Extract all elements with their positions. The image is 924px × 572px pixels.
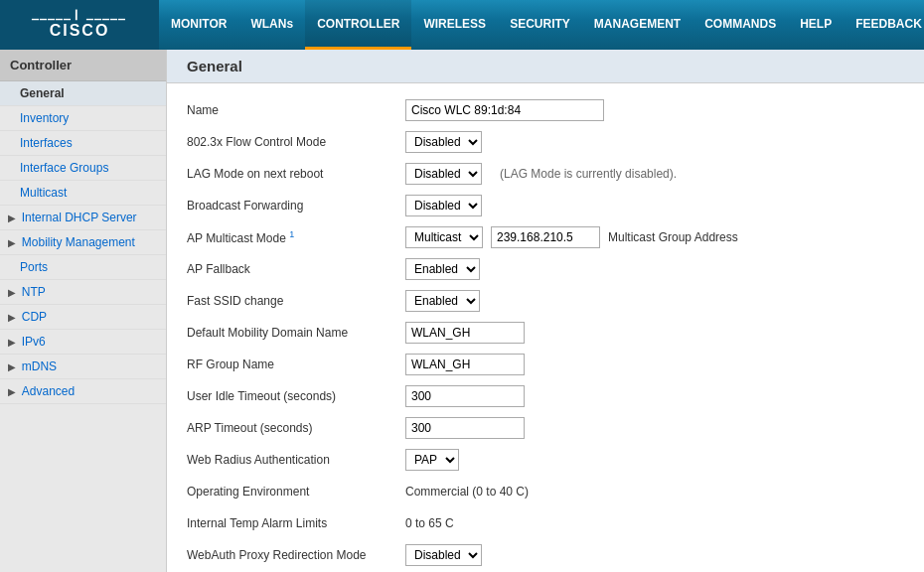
form-row: AP Multicast Mode 1MulticastMulticast Gr… bbox=[187, 225, 904, 249]
logo-area: ▁▁▁▁▁ ▎ ▁▁▁▁▁ CISCO bbox=[0, 0, 159, 50]
field-label: Operating Environment bbox=[187, 485, 405, 499]
nav-item-management[interactable]: MANAGEMENT bbox=[582, 0, 693, 50]
text-input[interactable] bbox=[405, 322, 525, 344]
field-control: 0 to 65 C bbox=[405, 516, 454, 530]
select-input[interactable]: Enabled bbox=[405, 290, 480, 312]
form-row: Fast SSID changeEnabled bbox=[187, 289, 904, 313]
select-input[interactable]: Enabled bbox=[405, 258, 480, 280]
field-control: PAP bbox=[405, 449, 459, 471]
nav-item-monitor[interactable]: MONITOR bbox=[159, 0, 238, 50]
form-row: Operating EnvironmentCommercial (0 to 40… bbox=[187, 480, 904, 503]
nav-item-security[interactable]: SECURITY bbox=[498, 0, 582, 50]
multicast-group-label: Multicast Group Address bbox=[608, 230, 738, 244]
field-label: LAG Mode on next reboot bbox=[187, 167, 405, 181]
multicast-ip-input[interactable] bbox=[491, 226, 600, 248]
sidebar-item-ntp[interactable]: ▶ NTP bbox=[0, 280, 166, 305]
form-area: Name802.3x Flow Control ModeDisabledLAG … bbox=[167, 83, 924, 572]
main-layout: Controller GeneralInventoryInterfacesInt… bbox=[0, 50, 924, 572]
sidebar-item-mdns[interactable]: ▶ mDNS bbox=[0, 355, 166, 379]
sidebar-item-label: IPv6 bbox=[22, 335, 46, 349]
field-control: Enabled bbox=[405, 258, 480, 280]
text-input[interactable] bbox=[405, 99, 604, 121]
sidebar-item-label: Multicast bbox=[20, 186, 67, 200]
expand-arrow-icon: ▶ bbox=[8, 213, 19, 223]
form-row: LAG Mode on next rebootDisabled(LAG Mode… bbox=[187, 162, 904, 186]
sidebar-item-label: General bbox=[20, 86, 65, 100]
select-input[interactable]: Disabled bbox=[405, 131, 482, 153]
field-label: Name bbox=[187, 103, 405, 117]
sidebar-item-label: Advanced bbox=[22, 384, 75, 398]
static-value: 0 to 65 C bbox=[405, 516, 454, 530]
nav-item-help[interactable]: HELP bbox=[788, 0, 844, 50]
form-row: 802.3x Flow Control ModeDisabled bbox=[187, 130, 904, 154]
sidebar-item-inventory[interactable]: Inventory bbox=[0, 106, 166, 131]
field-control: MulticastMulticast Group Address bbox=[405, 226, 738, 248]
topbar: ▁▁▁▁▁ ▎ ▁▁▁▁▁ CISCO MONITORWLANsCONTROLL… bbox=[0, 0, 924, 50]
field-label: ARP Timeout (seconds) bbox=[187, 421, 405, 435]
sidebar-item-cdp[interactable]: ▶ CDP bbox=[0, 305, 166, 330]
field-control bbox=[405, 417, 525, 439]
sidebar-item-interface-groups[interactable]: Interface Groups bbox=[0, 156, 166, 181]
field-control bbox=[405, 385, 525, 407]
page-header: General bbox=[167, 50, 924, 83]
cisco-logo: ▁▁▁▁▁ ▎ ▁▁▁▁▁ CISCO bbox=[32, 10, 126, 40]
sidebar-item-general[interactable]: General bbox=[0, 81, 166, 106]
sidebar-item-ports[interactable]: Ports bbox=[0, 255, 166, 280]
nav-item-wireless[interactable]: WIRELESS bbox=[411, 0, 498, 50]
select-input[interactable]: Disabled bbox=[405, 163, 482, 185]
form-row: ARP Timeout (seconds) bbox=[187, 416, 904, 440]
select-input[interactable]: Disabled bbox=[405, 195, 482, 216]
sidebar-item-label: Interfaces bbox=[20, 136, 73, 150]
sidebar-item-mobility-management[interactable]: ▶ Mobility Management bbox=[0, 230, 166, 255]
footnote-ref: 1 bbox=[289, 229, 294, 239]
form-row: WebAuth Proxy Redirection ModeDisabled bbox=[187, 543, 904, 567]
field-control: Disabled bbox=[405, 131, 482, 153]
expand-arrow-icon: ▶ bbox=[8, 237, 19, 248]
text-input[interactable] bbox=[405, 385, 525, 407]
extra-note: (LAG Mode is currently disabled). bbox=[500, 167, 677, 181]
form-row: User Idle Timeout (seconds) bbox=[187, 384, 904, 408]
sidebar-item-label: mDNS bbox=[22, 359, 57, 373]
field-control bbox=[405, 354, 525, 375]
sidebar-item-label: Mobility Management bbox=[22, 235, 135, 249]
sidebar-item-internal-dhcp-server[interactable]: ▶ Internal DHCP Server bbox=[0, 206, 166, 230]
sidebar-item-label: Interface Groups bbox=[20, 161, 108, 175]
field-label: Internal Temp Alarm Limits bbox=[187, 516, 405, 530]
field-label: User Idle Timeout (seconds) bbox=[187, 389, 405, 403]
form-row: Default Mobility Domain Name bbox=[187, 321, 904, 345]
field-label: Broadcast Forwarding bbox=[187, 199, 405, 213]
form-row: RF Group Name bbox=[187, 353, 904, 376]
form-row: Broadcast ForwardingDisabled bbox=[187, 194, 904, 217]
field-label: RF Group Name bbox=[187, 358, 405, 371]
nav-item-controller[interactable]: CONTROLLER bbox=[305, 0, 411, 50]
multicast-mode-select[interactable]: Multicast bbox=[405, 226, 483, 248]
field-label: AP Fallback bbox=[187, 262, 405, 276]
field-label: 802.3x Flow Control Mode bbox=[187, 135, 405, 149]
select-input[interactable]: PAP bbox=[405, 449, 459, 471]
sidebar-item-advanced[interactable]: ▶ Advanced bbox=[0, 379, 166, 404]
sidebar-items: GeneralInventoryInterfacesInterface Grou… bbox=[0, 81, 166, 404]
form-rows: Name802.3x Flow Control ModeDisabledLAG … bbox=[187, 98, 904, 572]
sidebar-item-ipv6[interactable]: ▶ IPv6 bbox=[0, 330, 166, 355]
field-control: Enabled bbox=[405, 290, 480, 312]
expand-arrow-icon: ▶ bbox=[8, 287, 19, 298]
expand-arrow-icon: ▶ bbox=[8, 361, 19, 372]
content-area: General Name802.3x Flow Control ModeDisa… bbox=[167, 50, 924, 572]
text-input[interactable] bbox=[405, 417, 525, 439]
field-control: Disabled(LAG Mode is currently disabled)… bbox=[405, 163, 677, 185]
sidebar-item-interfaces[interactable]: Interfaces bbox=[0, 131, 166, 156]
nav-item-commands[interactable]: COMMANDS bbox=[693, 0, 788, 50]
text-input[interactable] bbox=[405, 354, 525, 375]
field-label: WebAuth Proxy Redirection Mode bbox=[187, 548, 405, 562]
nav-item-feedback[interactable]: FEEDBACK bbox=[844, 0, 924, 50]
form-row: Web Radius AuthenticationPAP bbox=[187, 448, 904, 472]
expand-arrow-icon: ▶ bbox=[8, 312, 19, 323]
field-control bbox=[405, 99, 604, 121]
form-row: AP FallbackEnabled bbox=[187, 257, 904, 281]
field-control: Commercial (0 to 40 C) bbox=[405, 485, 529, 499]
nav-item-wlans[interactable]: WLANs bbox=[238, 0, 305, 50]
field-label: AP Multicast Mode 1 bbox=[187, 229, 405, 245]
sidebar-item-multicast[interactable]: Multicast bbox=[0, 181, 166, 206]
select-input[interactable]: Disabled bbox=[405, 544, 482, 566]
field-control: Disabled bbox=[405, 544, 482, 566]
